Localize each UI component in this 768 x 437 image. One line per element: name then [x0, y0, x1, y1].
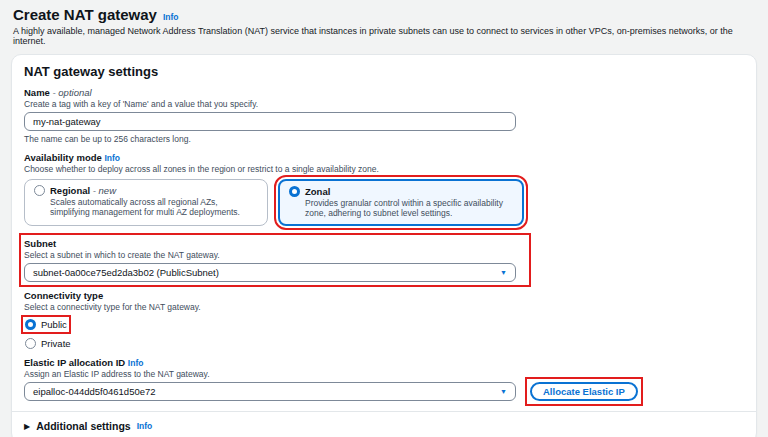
availability-options: Regional - new Scales automatically acro… — [24, 179, 524, 226]
regional-title: Regional — [50, 185, 90, 196]
create-nat-gateway-page: Create NAT gateway Info A highly availab… — [0, 0, 768, 437]
subnet-select[interactable]: subnet-0a00ce75ed2da3b02 (PublicSubnet) … — [24, 263, 516, 282]
section-divider — [12, 411, 756, 412]
settings-heading: NAT gateway settings — [24, 64, 744, 79]
public-radio[interactable] — [25, 319, 36, 330]
subnet-help-text: Select a subnet in which to create the N… — [24, 250, 526, 260]
private-radio[interactable] — [25, 338, 36, 349]
name-optional-suffix: - optional — [53, 87, 92, 98]
page-description: A highly available, managed Network Addr… — [13, 26, 755, 46]
eip-select[interactable]: eipalloc-044dd5f0461d50e72 ▼ — [24, 382, 516, 401]
name-field-group: Name - optional Create a tag with a key … — [24, 87, 744, 144]
zonal-title: Zonal — [305, 186, 330, 197]
additional-settings-label: Additional settings — [36, 420, 131, 432]
additional-settings-expander[interactable]: ▶ Additional settings Info — [24, 420, 744, 432]
page-info-link[interactable]: Info — [163, 12, 179, 22]
eip-help-text: Assign an Elastic IP address to the NAT … — [24, 369, 744, 379]
subnet-field-group: Subnet Select a subnet in which to creat… — [24, 238, 526, 282]
connectivity-type-label: Connectivity type — [24, 290, 744, 301]
name-label: Name - optional — [24, 87, 744, 98]
connectivity-help-text: Select a connectivity type for the NAT g… — [24, 302, 744, 312]
regional-new-suffix: - new — [93, 185, 116, 196]
public-annotation-box: Public — [25, 319, 67, 330]
chevron-down-icon: ▼ — [500, 388, 507, 395]
page-header: Create NAT gateway Info A highly availab… — [11, 4, 757, 46]
name-input[interactable] — [24, 112, 516, 131]
availability-info-link[interactable]: Info — [104, 153, 120, 163]
name-help-text: Create a tag with a key of 'Name' and a … — [24, 99, 744, 109]
name-constraint-text: The name can be up to 256 characters lon… — [24, 134, 744, 144]
subnet-label: Subnet — [24, 238, 526, 249]
subnet-selected-value: subnet-0a00ce75ed2da3b02 (PublicSubnet) — [33, 267, 219, 278]
subnet-annotation-box: Subnet Select a subnet in which to creat… — [24, 238, 526, 282]
connectivity-option-private[interactable]: Private — [25, 338, 744, 349]
regional-radio[interactable] — [34, 185, 45, 196]
eip-label: Elastic IP allocation ID Info — [24, 357, 744, 368]
availability-help-text: Choose whether to deploy across all zone… — [24, 164, 744, 174]
private-label: Private — [41, 338, 71, 349]
chevron-down-icon: ▼ — [500, 269, 507, 276]
availability-mode-field-group: Availability mode Info Choose whether to… — [24, 152, 744, 226]
eip-selected-value: eipalloc-044dd5f0461d50e72 — [33, 386, 156, 397]
allocate-elastic-ip-button[interactable]: Allocate Elastic IP — [530, 382, 638, 401]
public-label: Public — [41, 319, 67, 330]
availability-mode-label: Availability mode Info — [24, 152, 744, 163]
page-title: Create NAT gateway — [13, 6, 157, 23]
connectivity-type-field-group: Connectivity type Select a connectivity … — [24, 290, 744, 349]
allocate-annotation-box: Allocate Elastic IP — [530, 382, 638, 401]
nat-gateway-settings-panel: NAT gateway settings Name - optional Cre… — [11, 54, 757, 437]
additional-settings-info-link[interactable]: Info — [137, 421, 153, 431]
eip-field-group: Elastic IP allocation ID Info Assign an … — [24, 357, 744, 401]
regional-description: Scales automatically across all regional… — [50, 197, 258, 217]
zonal-radio[interactable] — [289, 186, 300, 197]
availability-option-regional[interactable]: Regional - new Scales automatically acro… — [24, 179, 268, 226]
connectivity-option-public[interactable]: Public — [25, 319, 67, 330]
availability-option-zonal[interactable]: Zonal Provides granular control within a… — [278, 179, 524, 226]
eip-info-link[interactable]: Info — [128, 358, 144, 368]
caret-right-icon: ▶ — [24, 422, 30, 431]
zonal-description: Provides granular control within a speci… — [305, 198, 513, 218]
